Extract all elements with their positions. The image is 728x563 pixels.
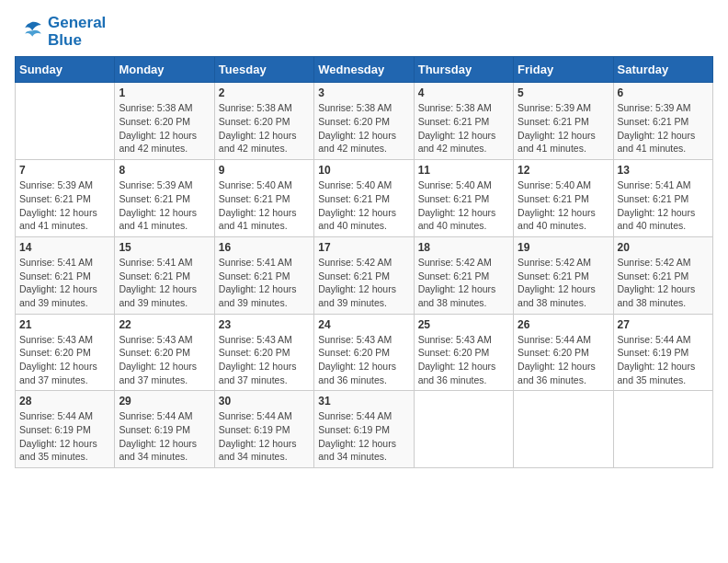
calendar-cell: 8Sunrise: 5:39 AM Sunset: 6:21 PM Daylig… — [115, 160, 214, 237]
calendar-cell: 1Sunrise: 5:38 AM Sunset: 6:20 PM Daylig… — [115, 83, 214, 160]
calendar-header-row: SundayMondayTuesdayWednesdayThursdayFrid… — [16, 57, 713, 83]
header-friday: Friday — [514, 57, 613, 83]
calendar-cell: 7Sunrise: 5:39 AM Sunset: 6:21 PM Daylig… — [16, 160, 115, 237]
day-number: 17 — [318, 241, 409, 254]
day-info: Sunrise: 5:44 AM Sunset: 6:19 PM Dayligh… — [19, 409, 110, 464]
calendar-cell: 23Sunrise: 5:43 AM Sunset: 6:20 PM Dayli… — [214, 314, 313, 391]
day-info: Sunrise: 5:42 AM Sunset: 6:21 PM Dayligh… — [518, 256, 609, 310]
calendar-cell — [613, 391, 712, 468]
day-info: Sunrise: 5:40 AM Sunset: 6:21 PM Dayligh… — [318, 178, 409, 233]
day-info: Sunrise: 5:44 AM Sunset: 6:19 PM Dayligh… — [219, 409, 310, 464]
page-header: General Blue — [15, 15, 713, 49]
calendar-cell: 5Sunrise: 5:39 AM Sunset: 6:21 PM Daylig… — [514, 83, 613, 160]
day-number: 20 — [618, 241, 709, 254]
calendar-cell: 11Sunrise: 5:40 AM Sunset: 6:21 PM Dayli… — [414, 160, 513, 237]
header-thursday: Thursday — [414, 57, 513, 83]
calendar-body: 1Sunrise: 5:38 AM Sunset: 6:20 PM Daylig… — [16, 83, 713, 468]
day-number: 18 — [418, 241, 509, 254]
calendar-cell: 28Sunrise: 5:44 AM Sunset: 6:19 PM Dayli… — [16, 391, 115, 468]
day-number: 3 — [318, 86, 409, 99]
day-number: 9 — [219, 164, 310, 177]
header-wednesday: Wednesday — [314, 57, 414, 83]
calendar-week-3: 14Sunrise: 5:41 AM Sunset: 6:21 PM Dayli… — [16, 236, 713, 314]
day-number: 12 — [518, 164, 609, 177]
day-info: Sunrise: 5:39 AM Sunset: 6:21 PM Dayligh… — [119, 178, 210, 233]
calendar-week-1: 1Sunrise: 5:38 AM Sunset: 6:20 PM Daylig… — [16, 83, 713, 160]
header-tuesday: Tuesday — [214, 57, 313, 83]
calendar-cell — [414, 391, 513, 468]
calendar-cell: 18Sunrise: 5:42 AM Sunset: 6:21 PM Dayli… — [414, 236, 513, 314]
calendar-cell: 22Sunrise: 5:43 AM Sunset: 6:20 PM Dayli… — [115, 314, 214, 391]
day-info: Sunrise: 5:43 AM Sunset: 6:20 PM Dayligh… — [119, 333, 210, 387]
day-info: Sunrise: 5:40 AM Sunset: 6:21 PM Dayligh… — [418, 178, 509, 233]
day-number: 10 — [318, 164, 409, 177]
day-number: 29 — [119, 395, 210, 408]
day-info: Sunrise: 5:41 AM Sunset: 6:21 PM Dayligh… — [219, 256, 310, 310]
day-info: Sunrise: 5:42 AM Sunset: 6:21 PM Dayligh… — [318, 256, 409, 310]
day-info: Sunrise: 5:44 AM Sunset: 6:19 PM Dayligh… — [618, 333, 709, 387]
calendar-cell: 19Sunrise: 5:42 AM Sunset: 6:21 PM Dayli… — [514, 236, 613, 314]
day-info: Sunrise: 5:38 AM Sunset: 6:20 PM Dayligh… — [119, 101, 210, 155]
calendar-cell: 13Sunrise: 5:41 AM Sunset: 6:21 PM Dayli… — [613, 160, 712, 237]
day-number: 28 — [19, 395, 110, 408]
calendar-cell: 31Sunrise: 5:44 AM Sunset: 6:19 PM Dayli… — [314, 391, 414, 468]
day-number: 19 — [518, 241, 609, 254]
day-info: Sunrise: 5:39 AM Sunset: 6:21 PM Dayligh… — [19, 178, 110, 233]
day-number: 1 — [119, 86, 210, 99]
calendar-cell: 29Sunrise: 5:44 AM Sunset: 6:19 PM Dayli… — [115, 391, 214, 468]
day-number: 7 — [19, 164, 110, 177]
day-number: 31 — [318, 395, 409, 408]
calendar-cell: 21Sunrise: 5:43 AM Sunset: 6:20 PM Dayli… — [16, 314, 115, 391]
calendar-cell: 25Sunrise: 5:43 AM Sunset: 6:20 PM Dayli… — [414, 314, 513, 391]
calendar-cell: 6Sunrise: 5:39 AM Sunset: 6:21 PM Daylig… — [613, 83, 712, 160]
day-number: 25 — [418, 318, 509, 331]
day-info: Sunrise: 5:43 AM Sunset: 6:20 PM Dayligh… — [318, 333, 409, 387]
calendar-cell: 26Sunrise: 5:44 AM Sunset: 6:20 PM Dayli… — [514, 314, 613, 391]
calendar-cell: 2Sunrise: 5:38 AM Sunset: 6:20 PM Daylig… — [214, 83, 313, 160]
day-number: 23 — [219, 318, 310, 331]
calendar-table: SundayMondayTuesdayWednesdayThursdayFrid… — [15, 56, 713, 468]
day-info: Sunrise: 5:39 AM Sunset: 6:21 PM Dayligh… — [618, 101, 709, 155]
day-info: Sunrise: 5:44 AM Sunset: 6:19 PM Dayligh… — [119, 409, 210, 464]
day-number: 15 — [119, 241, 210, 254]
day-info: Sunrise: 5:43 AM Sunset: 6:20 PM Dayligh… — [219, 333, 310, 387]
day-info: Sunrise: 5:44 AM Sunset: 6:20 PM Dayligh… — [518, 333, 609, 387]
day-number: 13 — [618, 164, 709, 177]
day-number: 30 — [219, 395, 310, 408]
calendar-cell: 4Sunrise: 5:38 AM Sunset: 6:21 PM Daylig… — [414, 83, 513, 160]
day-number: 26 — [518, 318, 609, 331]
calendar-cell: 9Sunrise: 5:40 AM Sunset: 6:21 PM Daylig… — [214, 160, 313, 237]
day-number: 22 — [119, 318, 210, 331]
logo-icon — [15, 17, 44, 47]
calendar-cell: 3Sunrise: 5:38 AM Sunset: 6:20 PM Daylig… — [314, 83, 414, 160]
day-info: Sunrise: 5:38 AM Sunset: 6:21 PM Dayligh… — [418, 101, 509, 155]
day-number: 8 — [119, 164, 210, 177]
day-info: Sunrise: 5:41 AM Sunset: 6:21 PM Dayligh… — [19, 256, 110, 310]
calendar-cell — [16, 83, 115, 160]
calendar-cell: 20Sunrise: 5:42 AM Sunset: 6:21 PM Dayli… — [613, 236, 712, 314]
day-number: 5 — [518, 86, 609, 99]
day-info: Sunrise: 5:43 AM Sunset: 6:20 PM Dayligh… — [19, 333, 110, 387]
calendar-week-2: 7Sunrise: 5:39 AM Sunset: 6:21 PM Daylig… — [16, 160, 713, 237]
day-info: Sunrise: 5:42 AM Sunset: 6:21 PM Dayligh… — [418, 256, 509, 310]
calendar-cell: 14Sunrise: 5:41 AM Sunset: 6:21 PM Dayli… — [16, 236, 115, 314]
logo-text: General Blue — [48, 15, 106, 49]
calendar-week-4: 21Sunrise: 5:43 AM Sunset: 6:20 PM Dayli… — [16, 314, 713, 391]
day-info: Sunrise: 5:41 AM Sunset: 6:21 PM Dayligh… — [618, 178, 709, 233]
calendar-week-5: 28Sunrise: 5:44 AM Sunset: 6:19 PM Dayli… — [16, 391, 713, 468]
calendar-cell — [514, 391, 613, 468]
day-number: 16 — [219, 241, 310, 254]
header-sunday: Sunday — [16, 57, 115, 83]
day-info: Sunrise: 5:40 AM Sunset: 6:21 PM Dayligh… — [219, 178, 310, 233]
day-info: Sunrise: 5:38 AM Sunset: 6:20 PM Dayligh… — [219, 101, 310, 155]
header-monday: Monday — [115, 57, 214, 83]
calendar-cell: 12Sunrise: 5:40 AM Sunset: 6:21 PM Dayli… — [514, 160, 613, 237]
day-info: Sunrise: 5:39 AM Sunset: 6:21 PM Dayligh… — [518, 101, 609, 155]
logo: General Blue — [15, 15, 106, 49]
calendar-cell: 30Sunrise: 5:44 AM Sunset: 6:19 PM Dayli… — [214, 391, 313, 468]
calendar-cell: 24Sunrise: 5:43 AM Sunset: 6:20 PM Dayli… — [314, 314, 414, 391]
day-number: 6 — [618, 86, 709, 99]
calendar-cell: 17Sunrise: 5:42 AM Sunset: 6:21 PM Dayli… — [314, 236, 414, 314]
header-saturday: Saturday — [613, 57, 712, 83]
day-info: Sunrise: 5:41 AM Sunset: 6:21 PM Dayligh… — [119, 256, 210, 310]
